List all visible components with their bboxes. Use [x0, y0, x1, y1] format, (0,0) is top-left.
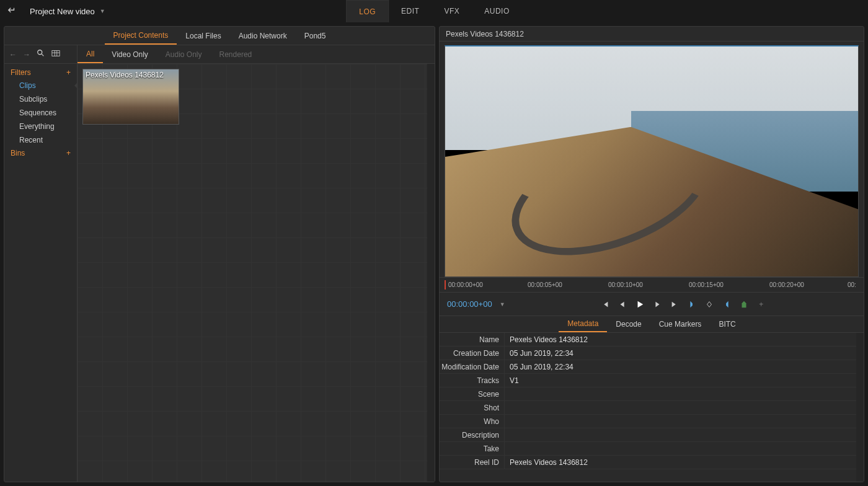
scrollbar[interactable] [856, 333, 864, 482]
meta-row-scene: Scene [440, 387, 864, 401]
ruler-tick: 00:00:20+00 [769, 281, 804, 288]
svg-point-0 [38, 50, 42, 55]
meta-tab-cue-markers[interactable]: Cue Markers [650, 316, 711, 332]
source-tab-audio-network[interactable]: Audio Network [230, 27, 296, 45]
meta-row-take: Take [440, 442, 864, 456]
sidebar-bins-head: Bins + [4, 147, 77, 159]
project-title: Project New video [30, 7, 95, 16]
left-panel: Project Contents Local Files Audio Netwo… [4, 26, 435, 482]
metadata-table: NamePexels Videos 1436812 Creation Date0… [440, 333, 864, 482]
sidebar-bins-label: Bins [11, 149, 25, 157]
source-tabs: Project Contents Local Files Audio Netwo… [4, 27, 435, 45]
meta-row-creation-date: Creation Date05 Jun 2019, 22:34 [440, 347, 864, 360]
nav-back-icon[interactable]: ← [9, 50, 17, 59]
nav-forward-icon[interactable]: → [23, 50, 30, 59]
toolbar-row: ← → All Video Only Audio Only Rendered [4, 45, 435, 64]
sidebar-item-everything[interactable]: Everything [4, 120, 77, 133]
tab-log[interactable]: LOG [346, 0, 389, 22]
tab-edit[interactable]: EDIT [389, 0, 432, 22]
add-filter-icon[interactable]: + [66, 68, 71, 77]
go-to-start-icon[interactable] [599, 298, 611, 311]
topbar: Project New video ▼ LOG EDIT VFX AUDIO [0, 0, 868, 22]
sidebar-item-subclips[interactable]: Subclips [4, 92, 77, 106]
playhead-marker-icon[interactable] [445, 280, 446, 289]
svg-line-1 [42, 54, 44, 56]
clip-thumbnail[interactable]: Pexels Videos 1436812 [82, 69, 179, 125]
filter-tabs: All Video Only Audio Only Rendered [78, 45, 435, 63]
meta-row-description: Description [440, 428, 864, 442]
project-dropdown-icon[interactable]: ▼ [100, 8, 105, 14]
add-bin-icon[interactable]: + [66, 149, 71, 157]
back-icon[interactable] [6, 6, 17, 17]
meta-tab-metadata[interactable]: Metadata [559, 316, 607, 332]
filter-tab-all[interactable]: All [78, 45, 103, 63]
filter-tab-rendered[interactable]: Rendered [211, 45, 261, 63]
source-tab-pond5[interactable]: Pond5 [296, 27, 335, 45]
meta-row-modification-date: Modification Date05 Jun 2019, 22:34 [440, 360, 864, 374]
viewer-frame[interactable] [445, 45, 859, 277]
sidebar-item-clips[interactable]: Clips [4, 79, 77, 92]
ruler-tick: 00:00:10+00 [608, 281, 643, 288]
add-marker-icon[interactable] [738, 298, 750, 311]
clip-grid[interactable]: Pexels Videos 1436812 [78, 64, 435, 482]
sidebar-item-sequences[interactable]: Sequences [4, 106, 77, 120]
add-icon[interactable]: + [755, 298, 768, 311]
clear-marks-icon[interactable] [703, 298, 715, 311]
viewer-area [440, 42, 864, 277]
ruler-tick: 00: [848, 281, 856, 288]
tab-vfx[interactable]: VFX [432, 0, 472, 22]
meta-tab-decode[interactable]: Decode [607, 316, 650, 332]
filter-tab-audio-only[interactable]: Audio Only [157, 45, 211, 63]
mark-in-icon[interactable] [686, 298, 698, 311]
sidebar-filters-label: Filters [11, 68, 31, 77]
view-mode-icon[interactable] [51, 49, 60, 60]
sidebar-filters-head: Filters + [4, 66, 77, 79]
source-tab-local-files[interactable]: Local Files [177, 27, 229, 45]
timecode-dropdown-icon[interactable]: ▼ [500, 301, 505, 307]
play-icon[interactable] [634, 298, 646, 311]
viewer-title: Pexels Videos 1436812 [440, 27, 864, 42]
meta-row-who: Who [440, 415, 864, 428]
source-tab-project-contents[interactable]: Project Contents [105, 27, 177, 45]
step-forward-icon[interactable] [651, 298, 663, 311]
mark-out-icon[interactable] [720, 298, 733, 311]
sidebar: Filters + Clips Subclips Sequences Every… [4, 64, 78, 482]
ruler-tick: 00:00:00+00 [448, 281, 483, 288]
sidebar-item-recent[interactable]: Recent [4, 133, 77, 147]
ruler-tick: 00:00:05+00 [528, 281, 562, 288]
filter-tab-video-only[interactable]: Video Only [103, 45, 156, 63]
search-icon[interactable] [37, 49, 45, 60]
current-timecode[interactable]: 00:00:00+00 [447, 299, 492, 309]
clip-thumbnail-label: Pexels Videos 1436812 [86, 71, 164, 79]
meta-row-shot: Shot [440, 401, 864, 415]
step-back-icon[interactable] [616, 298, 629, 311]
timeline-ruler[interactable]: 00:00:00+00 00:00:05+00 00:00:10+00 00:0… [440, 277, 864, 292]
scrollbar[interactable] [427, 64, 435, 482]
meta-tab-bitc[interactable]: BITC [710, 316, 744, 332]
meta-row-tracks: TracksV1 [440, 374, 864, 387]
meta-row-reel-id: Reel IDPexels Videos 1436812 [440, 456, 864, 469]
tab-audio[interactable]: AUDIO [472, 0, 522, 22]
nav-tools: ← → [4, 45, 78, 63]
transport-bar: 00:00:00+00 ▼ + [440, 292, 864, 316]
meta-row-name: NamePexels Videos 1436812 [440, 333, 864, 347]
main-tabs: LOG EDIT VFX AUDIO [346, 0, 522, 22]
right-panel: Pexels Videos 1436812 00:00:00+00 00:00:… [439, 26, 864, 482]
metadata-tabs: Metadata Decode Cue Markers BITC [440, 316, 864, 333]
ruler-tick: 00:00:15+00 [689, 281, 724, 288]
go-to-end-icon[interactable] [668, 298, 681, 311]
svg-rect-2 [52, 51, 60, 56]
